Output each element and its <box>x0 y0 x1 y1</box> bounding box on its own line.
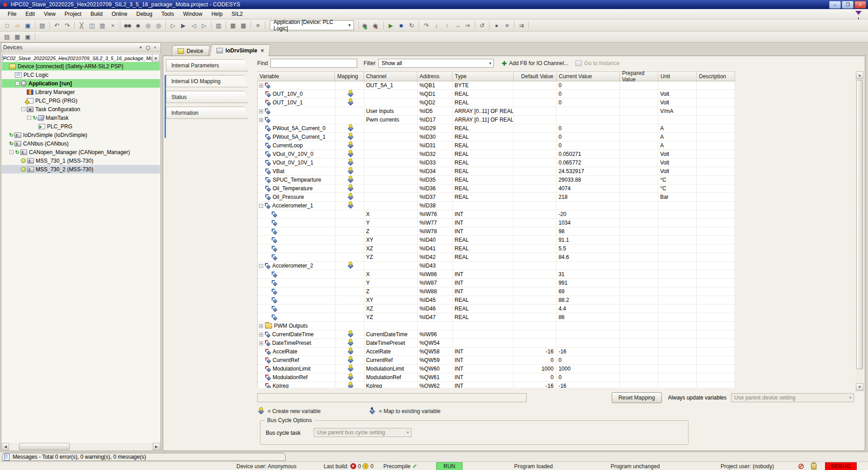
print-icon[interactable]: ▤ <box>38 21 47 30</box>
goto-next-icon[interactable]: ▷ <box>199 21 209 30</box>
maximize-button[interactable]: ❐ <box>842 1 854 9</box>
tree-expander-icon[interactable]: - <box>9 150 14 154</box>
row-expander-icon[interactable]: + <box>259 341 263 345</box>
redo-icon[interactable]: ↷ <box>62 21 72 30</box>
project-root-combo[interactable]: HPC02_Slave_20220225_Hex20210709_SIL2_3_… <box>2 54 160 63</box>
column-header-description[interactable]: Description <box>697 71 735 81</box>
column-header-unit[interactable]: Unit <box>658 71 697 81</box>
row-expander-icon[interactable]: - <box>259 204 263 208</box>
table-row[interactable]: VBat%ID34REAL24.532917Volt <box>258 167 735 176</box>
scroll-right-icon[interactable]: ▶ <box>153 443 160 450</box>
menu-view[interactable]: View <box>40 10 60 18</box>
tree-item-library[interactable]: Library Manager <box>2 88 160 96</box>
table-row[interactable]: CurrentRefCurrentRef%QW59INT00 <box>258 356 735 365</box>
goto-prev-icon[interactable]: ◁ <box>189 21 198 30</box>
bookmark-next-icon[interactable]: ▶ <box>179 21 188 30</box>
row-expander-icon[interactable]: + <box>259 109 263 113</box>
row-expander-icon[interactable]: + <box>259 333 263 337</box>
column-header-prepared-value[interactable]: Prepared Value <box>620 71 658 81</box>
table-row[interactable]: +User Inputs%ID5ARRAY [0..11] OF REALV/m… <box>258 107 735 116</box>
editor-nav-information[interactable]: Information <box>166 107 248 119</box>
scroll-down-icon[interactable]: ▼ <box>856 383 863 391</box>
table-row[interactable]: CurrentLoop%ID31REAL0A <box>258 141 735 150</box>
filter-funnel-icon[interactable] <box>855 11 862 15</box>
table-row[interactable]: KpIregKpIreg%QW62INT-16-16 <box>258 382 735 388</box>
table-row[interactable]: X%IW86INT31 <box>258 270 735 279</box>
pin-icon[interactable] <box>144 44 151 51</box>
step-into-icon[interactable]: ↓ <box>432 21 441 30</box>
new-icon[interactable]: □ <box>2 21 12 30</box>
column-header-default-value[interactable]: Default Value <box>514 71 557 81</box>
close-button[interactable]: × <box>854 1 866 9</box>
menu-edit[interactable]: Edit <box>21 10 39 18</box>
tree-item-plc_prg[interactable]: PLC_PRG <box>2 122 160 131</box>
table-row[interactable]: AccelRateAccelRate%QW58INT-16-16 <box>258 348 735 356</box>
table-row[interactable]: X%IW76INT-20 <box>258 210 735 219</box>
table-row[interactable]: Y%IW77INT1034 <box>258 219 735 227</box>
table-row[interactable]: -Accelerometer_1%ID38 <box>258 202 735 210</box>
chevron-down-icon[interactable]: ▼ <box>152 55 159 62</box>
tree-item-iodrvsimple[interactable]: ↻IoDrvSimple (IoDrvSimple) <box>2 131 160 139</box>
menu-online[interactable]: Online <box>108 10 132 18</box>
replace-icon[interactable]: ◎ <box>143 21 153 30</box>
bus-cycle-task-select[interactable]: Use parent bus cycle setting ▼ <box>314 428 411 437</box>
table-vscrollbar[interactable]: ▲ ▼ <box>856 71 863 391</box>
table-row[interactable]: PWout_5A_Current_0%ID29REAL0A <box>258 124 735 133</box>
menu-file[interactable]: File <box>4 10 20 18</box>
find-inc-icon[interactable]: ◉ <box>133 21 142 30</box>
editor-nav-internal-parameters[interactable]: Internal Parameters <box>166 59 248 71</box>
tree-item-mss_730_1[interactable]: MSS_730_1 (MSS-730) <box>2 156 160 165</box>
menu-debug[interactable]: Debug <box>132 10 156 18</box>
reset-mapping-button[interactable]: Reset Mapping <box>612 392 662 403</box>
table-row[interactable]: XY%ID40REAL91.1 <box>258 236 735 244</box>
column-header-variable[interactable]: Variable <box>257 71 335 81</box>
table-row[interactable]: VOut_0V_10V_1%ID33REAL0.065772Volt <box>258 159 735 167</box>
set-next-icon[interactable]: ⇒ <box>463 21 472 30</box>
tree-item-plc[interactable]: PLC Logic <box>2 70 160 79</box>
column-header-type[interactable]: Type <box>453 71 514 81</box>
table-row[interactable]: VOut_0V_10V_0%ID32REAL0.050271Volt <box>258 150 735 159</box>
start-icon[interactable]: ▶ <box>386 21 396 30</box>
copy-icon[interactable]: ◫ <box>87 21 97 30</box>
editor-nav-internal-i-o-mapping[interactable]: Internal I/O Mapping <box>166 75 248 87</box>
table-row[interactable]: +Pwm currents%ID17ARRAY [0..11] OF REAL <box>258 116 735 124</box>
login-icon[interactable]: ◉ <box>361 21 371 30</box>
table-row[interactable]: Oil_Temperature%ID36REAL4074°C <box>258 184 735 193</box>
goto-instance-button[interactable]: Go to Instance <box>572 59 623 68</box>
table-row[interactable]: YZ%ID47REAL86 <box>258 313 735 322</box>
editor-nav-status[interactable]: Status <box>166 91 248 103</box>
column-header-mapping[interactable]: Mapping <box>335 71 364 81</box>
replace-all-icon[interactable]: ◎ <box>154 21 163 30</box>
build-icon[interactable]: ≡ <box>253 21 263 30</box>
tab-iodrvsimple[interactable]: IoDrvSimple× <box>210 44 271 56</box>
table-row[interactable]: OUT_10V_1%QD2REAL0Volt <box>258 99 735 107</box>
menu-help[interactable]: Help <box>208 10 227 18</box>
panel-dropdown-icon[interactable]: ▾ <box>137 44 144 51</box>
row-expander-icon[interactable]: - <box>259 264 263 268</box>
table-row[interactable]: Oil_Pressure%ID37REAL218Bar <box>258 193 735 202</box>
save-icon[interactable]: ▣ <box>23 21 33 30</box>
add-fb-button[interactable]: ✚ Add FB for IO Channel... <box>498 59 572 68</box>
scroll-left-icon[interactable]: ◀ <box>2 443 9 450</box>
find-icon[interactable]: ◉◉ <box>123 21 132 30</box>
table-row[interactable]: Y%IW87INT991 <box>258 279 735 287</box>
menu-project[interactable]: Project <box>61 10 85 18</box>
table-row[interactable]: YZ%ID42REAL84.6 <box>258 253 735 262</box>
devices-hscrollbar[interactable]: ◀ ▶ <box>2 443 160 450</box>
step-over-icon[interactable]: ↷ <box>421 21 431 30</box>
tree-item-plc_prg[interactable]: PLC_PRG (PRG) <box>2 96 160 105</box>
stop-icon[interactable]: ■ <box>396 21 406 30</box>
step-out-icon[interactable]: ↑ <box>442 21 452 30</box>
cut-icon[interactable]: ╳ <box>77 21 86 30</box>
paste-icon[interactable]: ▥ <box>98 21 107 30</box>
call-stack-icon[interactable]: ≡ <box>502 21 512 30</box>
view-grid-icon[interactable]: ▦ <box>13 32 22 42</box>
table-row[interactable]: +PWM Outputs <box>258 322 735 330</box>
always-update-select[interactable]: Use parent device setting ▼ <box>731 393 854 402</box>
view-save-icon[interactable]: ▣ <box>23 32 33 42</box>
minimize-button[interactable]: – <box>829 1 841 9</box>
column-header-current-value[interactable]: Current Value <box>557 71 620 81</box>
tree-item-maintask[interactable]: -↻MainTask <box>2 113 160 122</box>
row-expander-icon[interactable]: + <box>259 118 263 122</box>
single-cycle-icon[interactable]: ↻ <box>407 21 416 30</box>
